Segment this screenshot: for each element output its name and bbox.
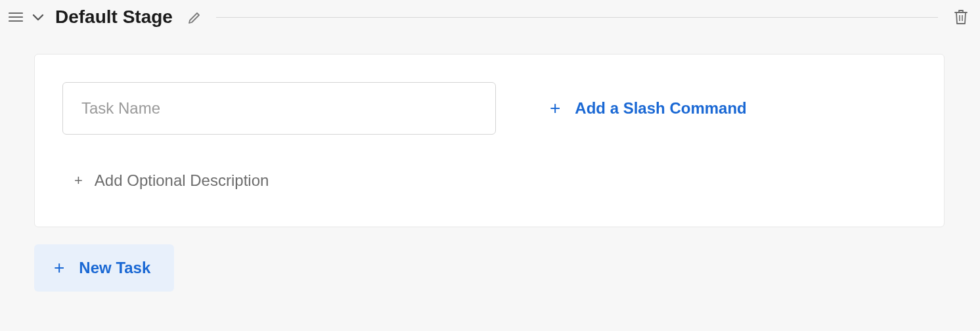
- add-slash-command-label: Add a Slash Command: [575, 99, 746, 118]
- add-slash-command-button[interactable]: + Add a Slash Command: [550, 99, 747, 118]
- header-divider: [216, 17, 938, 18]
- plus-icon: +: [74, 173, 83, 188]
- task-name-input[interactable]: [62, 82, 496, 135]
- add-optional-description-button[interactable]: + Add Optional Description: [74, 171, 916, 190]
- stage-header: Default Stage: [0, 0, 980, 34]
- new-task-label: New Task: [79, 259, 150, 277]
- plus-icon: +: [54, 259, 64, 277]
- stage-title: Default Stage: [55, 7, 173, 28]
- task-card: + Add a Slash Command + Add Optional Des…: [34, 54, 945, 227]
- trash-icon[interactable]: [951, 7, 971, 27]
- add-description-label: Add Optional Description: [95, 171, 269, 190]
- edit-pencil-icon[interactable]: [186, 8, 204, 26]
- chevron-down-icon[interactable]: [29, 8, 47, 26]
- plus-icon: +: [550, 99, 560, 118]
- drag-handle-icon[interactable]: [7, 8, 25, 26]
- new-task-button[interactable]: + New Task: [34, 244, 174, 292]
- task-top-row: + Add a Slash Command: [62, 82, 916, 135]
